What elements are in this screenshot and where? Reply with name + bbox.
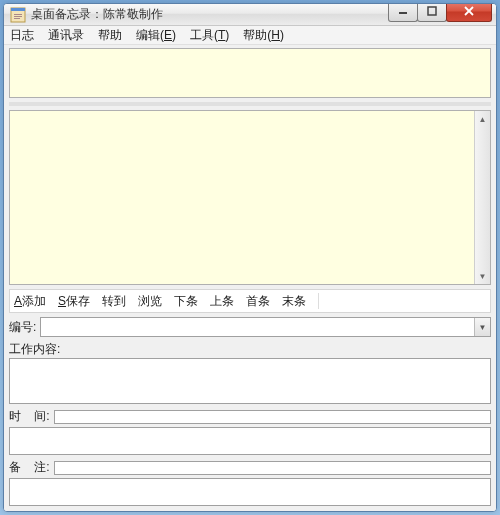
work-label: 工作内容: xyxy=(9,342,60,356)
tool-add[interactable]: A添加 xyxy=(14,293,46,310)
time-label: 时 间: xyxy=(9,408,50,425)
time-readonly xyxy=(54,410,491,424)
tool-next[interactable]: 下条 xyxy=(174,293,198,310)
note-textarea[interactable] xyxy=(9,478,491,506)
svg-rect-2 xyxy=(14,14,22,15)
menu-contacts[interactable]: 通讯录 xyxy=(48,27,84,44)
tool-goto[interactable]: 转到 xyxy=(102,293,126,310)
svg-rect-3 xyxy=(14,16,22,17)
menu-tools[interactable]: 工具(T) xyxy=(190,27,229,44)
work-textarea[interactable] xyxy=(9,358,491,404)
menu-help2[interactable]: 帮助(H) xyxy=(243,27,284,44)
tool-browse[interactable]: 浏览 xyxy=(138,293,162,310)
note-readonly xyxy=(54,461,491,475)
splitter[interactable] xyxy=(9,102,491,106)
scroll-track[interactable] xyxy=(475,127,490,268)
note-label: 备 注: xyxy=(9,459,50,476)
svg-rect-1 xyxy=(11,8,25,11)
toolbar-separator xyxy=(318,293,319,309)
scroll-up-button[interactable]: ▲ xyxy=(475,111,490,127)
maximize-button[interactable] xyxy=(417,3,447,22)
svg-rect-4 xyxy=(14,18,20,19)
list-pane[interactable]: ▲ ▼ xyxy=(9,110,491,285)
record-toolbar: A添加 S保存 转到 浏览 下条 上条 首条 末条 xyxy=(9,289,491,313)
id-combo[interactable]: ▼ xyxy=(40,317,491,337)
window-controls xyxy=(389,3,496,22)
app-icon xyxy=(10,7,26,23)
note-section: 备 注: xyxy=(9,459,491,506)
id-input[interactable] xyxy=(41,318,474,336)
close-icon xyxy=(463,6,475,16)
tool-first[interactable]: 首条 xyxy=(246,293,270,310)
close-button[interactable] xyxy=(446,3,492,22)
tool-save[interactable]: S保存 xyxy=(58,293,90,310)
minimize-button[interactable] xyxy=(388,3,418,22)
menu-diary[interactable]: 日志 xyxy=(10,27,34,44)
time-section: 时 间: xyxy=(9,408,491,455)
tool-prev[interactable]: 上条 xyxy=(210,293,234,310)
id-row: 编号: ▼ xyxy=(9,317,491,337)
id-combo-button[interactable]: ▼ xyxy=(474,318,490,336)
maximize-icon xyxy=(427,6,437,16)
tool-last[interactable]: 末条 xyxy=(282,293,306,310)
window-title: 桌面备忘录：陈常敬制作 xyxy=(31,6,389,23)
menubar: 日志 通讯录 帮助 编辑(E) 工具(T) 帮助(H) xyxy=(4,26,496,45)
chevron-down-icon: ▼ xyxy=(479,323,487,332)
scroll-down-button[interactable]: ▼ xyxy=(475,268,490,284)
work-section: 工作内容: xyxy=(9,341,491,404)
menu-edit[interactable]: 编辑(E) xyxy=(136,27,176,44)
chevron-down-icon: ▼ xyxy=(479,272,487,281)
titlebar[interactable]: 桌面备忘录：陈常敬制作 xyxy=(4,4,496,26)
client-area: ▲ ▼ A添加 S保存 转到 浏览 下条 上条 首条 末条 编号: ▼ xyxy=(4,45,496,511)
vertical-scrollbar[interactable]: ▲ ▼ xyxy=(474,111,490,284)
svg-rect-5 xyxy=(399,12,407,14)
time-textarea[interactable] xyxy=(9,427,491,455)
minimize-icon xyxy=(398,6,408,16)
id-label: 编号: xyxy=(9,319,36,336)
main-window: 桌面备忘录：陈常敬制作 日志 通讯录 帮助 编辑(E) 工具(T) 帮助(H) xyxy=(3,3,497,512)
top-memo-pane[interactable] xyxy=(9,48,491,98)
menu-help1[interactable]: 帮助 xyxy=(98,27,122,44)
chevron-up-icon: ▲ xyxy=(479,115,487,124)
svg-rect-6 xyxy=(428,7,436,15)
